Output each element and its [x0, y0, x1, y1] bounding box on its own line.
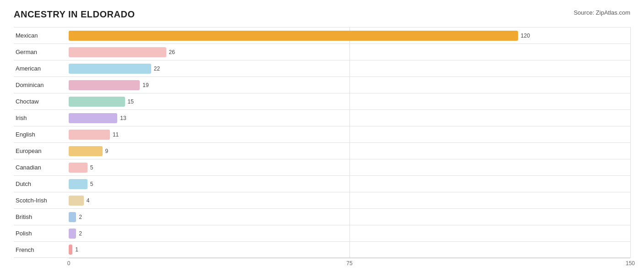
bar-container: 5 — [69, 163, 630, 173]
bar-container: 11 — [69, 130, 630, 140]
bar-value-label: 4 — [87, 197, 90, 204]
bar-value-label: 2 — [79, 230, 82, 237]
bar-value-label: 9 — [105, 148, 109, 154]
bar-label: British — [14, 213, 69, 220]
bar-value-label: 5 — [90, 164, 93, 171]
x-axis-tick: 75 — [346, 260, 352, 267]
bar-row: English11 — [14, 126, 630, 142]
bar-row: Dominican19 — [14, 76, 630, 93]
bar-label: French — [14, 246, 69, 253]
bar-value-label: 11 — [113, 131, 119, 138]
bar-label: Irish — [14, 114, 69, 121]
bar-container: 19 — [69, 80, 630, 90]
bar-row: Scotch-Irish4 — [14, 192, 630, 208]
bar-label: German — [14, 49, 69, 55]
bar-value-label: 1 — [75, 246, 78, 253]
bar-container: 26 — [69, 47, 630, 57]
chart-source: Source: ZipAtlas.com — [573, 9, 630, 16]
bar-label: Dutch — [14, 180, 69, 187]
bar-row: European9 — [14, 142, 630, 159]
bar — [69, 80, 140, 90]
bar-row: Dutch5 — [14, 175, 630, 192]
chart-title: ANCESTRY IN ELDORADO — [14, 9, 135, 20]
bar-value-label: 22 — [154, 65, 160, 72]
bar-container: 4 — [69, 196, 630, 206]
bar-container: 2 — [69, 212, 630, 222]
bar-value-label: 26 — [169, 49, 175, 55]
bar-container: 5 — [69, 179, 630, 189]
x-axis-tick: 150 — [626, 260, 635, 267]
bar-container: 9 — [69, 146, 630, 156]
bar — [69, 229, 76, 239]
bar — [69, 212, 76, 222]
bar — [69, 97, 125, 107]
chart-header: ANCESTRY IN ELDORADO Source: ZipAtlas.co… — [14, 9, 630, 20]
bar — [69, 47, 166, 57]
bar-label: American — [14, 65, 69, 72]
bar-value-label: 2 — [79, 214, 82, 220]
bar-label: Dominican — [14, 82, 69, 88]
bar-label: European — [14, 147, 69, 154]
bar-label: English — [14, 131, 69, 138]
bar-container: 120 — [69, 31, 630, 41]
bar-container: 22 — [69, 64, 630, 74]
bar — [69, 113, 117, 123]
bar-row: German26 — [14, 44, 630, 60]
bar — [69, 179, 87, 189]
bar-row: Irish13 — [14, 109, 630, 126]
bar-row: Choctaw15 — [14, 93, 630, 109]
bars-container: Mexican120German26American22Dominican19C… — [14, 27, 630, 258]
bar — [69, 64, 151, 74]
x-axis: 075150 — [69, 258, 630, 269]
bar-row: British2 — [14, 208, 630, 225]
bar-row: American22 — [14, 60, 630, 76]
bar-value-label: 5 — [90, 181, 93, 187]
bar — [69, 146, 103, 156]
bar-row: Canadian5 — [14, 159, 630, 175]
bar-row: Mexican120 — [14, 27, 630, 44]
bar-row: French1 — [14, 241, 630, 258]
bar-value-label: 13 — [120, 115, 126, 121]
bar-row: Polish2 — [14, 225, 630, 241]
bar — [69, 245, 72, 255]
bar-value-label: 120 — [521, 33, 530, 39]
chart-area: Mexican120German26American22Dominican19C… — [14, 27, 630, 269]
bar-container: 13 — [69, 113, 630, 123]
bar-value-label: 15 — [128, 98, 134, 105]
bar-label: Mexican — [14, 32, 69, 39]
bar-label: Polish — [14, 230, 69, 237]
bar-container: 1 — [69, 245, 630, 255]
bar-label: Choctaw — [14, 98, 69, 105]
bar — [69, 31, 518, 41]
bar-value-label: 19 — [142, 82, 148, 88]
bar-label: Canadian — [14, 164, 69, 171]
bar — [69, 163, 87, 173]
bar-container: 2 — [69, 229, 630, 239]
bar — [69, 130, 110, 140]
bar — [69, 196, 84, 206]
x-axis-tick: 0 — [67, 260, 71, 267]
bar-label: Scotch-Irish — [14, 197, 69, 204]
bar-container: 15 — [69, 97, 630, 107]
